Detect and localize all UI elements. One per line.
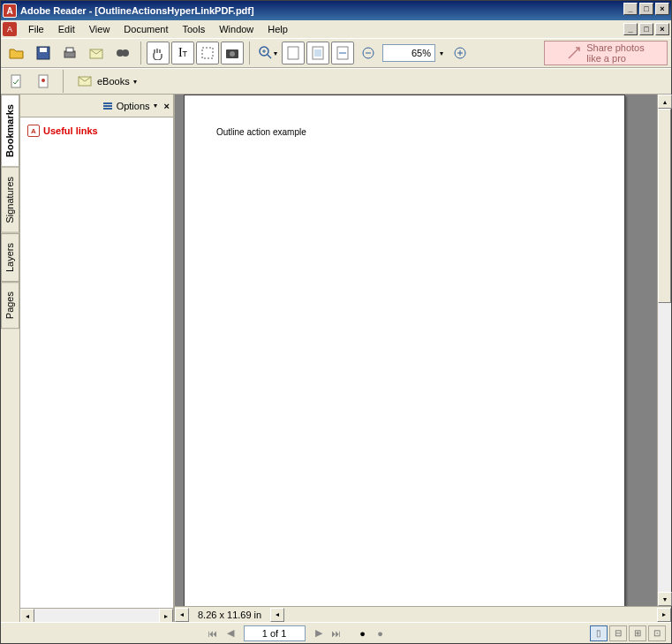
svg-rect-7 [202,48,213,58]
hand-tool-button[interactable] [147,42,170,64]
hscroll-left2-button[interactable]: ◂ [270,608,284,622]
svg-rect-21 [103,102,112,104]
search-button[interactable] [110,41,135,65]
mdi-minimize-button[interactable]: _ [623,23,638,35]
stamp-icon [36,73,52,89]
page-number-input[interactable] [244,625,306,641]
marquee-icon [201,47,214,59]
separator [249,42,250,64]
next-page-button[interactable]: ▶ [311,625,327,641]
review-button[interactable] [4,69,29,94]
mdi-close-button[interactable]: × [655,23,669,35]
envelope-icon [88,45,104,61]
page-nav: ⏮ ◀ ▶ ⏭ ● ● [205,625,389,641]
stamp-button[interactable] [32,69,57,94]
email-button[interactable] [84,41,109,65]
pdf-icon: A [27,125,40,137]
tab-signatures[interactable]: Signatures [1,167,19,233]
mdi-restore-button[interactable]: □ [639,23,653,35]
hand-icon [151,46,165,60]
menu-edit[interactable]: Edit [52,22,81,36]
last-page-button[interactable]: ⏭ [328,625,344,641]
floppy-icon [35,45,51,61]
minus-circle-icon [362,47,374,59]
ebooks-button[interactable]: eBooks ▾ [70,72,145,90]
menu-help[interactable]: Help [261,22,294,36]
ebooks-icon [78,75,94,87]
minimize-button[interactable]: _ [623,3,638,15]
close-button[interactable]: × [655,3,669,15]
app-icon: A [3,4,17,18]
facing-button[interactable]: ⊞ [629,625,646,641]
menu-file[interactable]: File [22,22,50,36]
print-button[interactable] [57,41,82,65]
menu-document[interactable]: Document [117,22,174,36]
scroll-left-button[interactable]: ◂ [20,609,34,623]
panel-hscroll[interactable]: ◂ ▸ [20,608,173,622]
content-area: Bookmarks Signatures Layers Pages Option… [1,95,671,622]
plus-circle-icon [454,47,466,59]
bookmarks-panel: Options ▾ × A Useful links ◂ ▸ [20,95,175,622]
scroll-track[interactable] [34,609,159,622]
continuous-button[interactable]: ⊟ [609,625,627,641]
actual-size-button[interactable] [282,42,305,64]
doc-icon: A [3,22,17,36]
menu-window[interactable]: Window [213,22,260,36]
page-content-text: Outline action example [216,127,593,137]
separator [63,70,64,93]
single-page-button[interactable]: ▯ [590,625,608,641]
share-ad-button[interactable]: Share photoslike a pro [544,41,668,65]
maximize-button[interactable]: □ [639,3,653,15]
snapshot-button[interactable] [221,42,244,64]
text-tool-icon: IT [178,46,187,60]
pdf-page: Outline action example [184,95,625,606]
page-dimensions: 8.26 x 11.69 in [189,610,270,620]
page-viewport[interactable]: Outline action example [175,95,657,606]
vscroll-track[interactable] [658,109,671,592]
bookmark-item[interactable]: A Useful links [27,125,166,137]
options-menu-button[interactable]: Options ▾ [102,101,157,111]
select-button[interactable] [196,42,219,64]
zoom-out-button[interactable] [356,41,381,65]
zoom-input[interactable] [382,44,435,62]
svg-rect-23 [103,108,112,110]
continuous-facing-button[interactable]: ⊡ [648,625,666,641]
forward-button[interactable]: ● [373,625,389,641]
fit-page-button[interactable] [306,42,329,64]
separator [140,42,141,64]
scroll-down-button[interactable]: ▾ [658,592,672,606]
first-page-button[interactable]: ⏮ [205,625,221,641]
view-mode-buttons: ▯ ⊟ ⊞ ⊡ [590,625,666,641]
toolbar-secondary: eBooks ▾ [1,68,671,95]
tab-pages[interactable]: Pages [1,282,19,329]
zoom-plus-button[interactable] [448,41,472,65]
svg-rect-11 [288,47,298,59]
options-icon [102,101,113,111]
vscroll-thumb[interactable] [658,109,671,303]
save-button[interactable] [31,41,56,65]
tab-bookmarks[interactable]: Bookmarks [1,95,19,167]
magnifier-plus-icon [258,45,274,61]
tab-layers[interactable]: Layers [1,233,19,282]
svg-rect-1 [40,48,47,52]
back-button[interactable]: ● [355,625,371,641]
titlebar: A Adobe Reader - [OutlineActionsHyperLin… [1,1,671,20]
share-icon [567,46,581,60]
vertical-scrollbar[interactable]: ▴ ▾ [657,95,671,606]
title-text: Adobe Reader - [OutlineActionsHyperLinkP… [20,5,623,16]
prev-page-button[interactable]: ◀ [223,625,238,641]
zoom-in-button[interactable]: ▾ [255,41,280,65]
scroll-up-button[interactable]: ▴ [658,95,672,109]
menu-view[interactable]: View [83,22,117,36]
hscroll-right-button[interactable]: ▸ [657,608,671,622]
zoom-dropdown-icon[interactable]: ▾ [437,49,446,57]
scroll-right-button[interactable]: ▸ [159,609,173,623]
open-button[interactable] [4,41,29,65]
hscroll-left-button[interactable]: ◂ [175,608,189,622]
panel-close-button[interactable]: × [164,101,170,111]
camera-icon [225,47,239,59]
text-select-button[interactable]: IT [171,42,194,64]
menu-tools[interactable]: Tools [177,22,212,36]
ebooks-label: eBooks [97,76,130,87]
fit-width-button[interactable] [331,42,354,64]
